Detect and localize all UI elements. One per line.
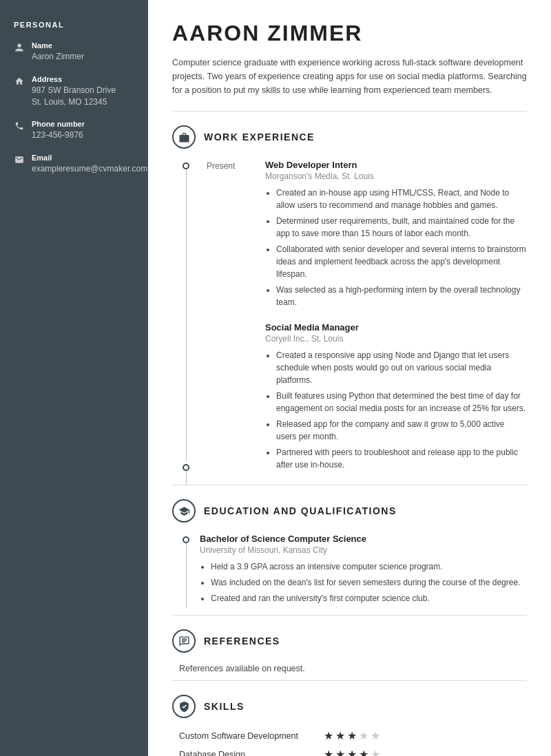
- sidebar-item-email: Email exampleresume@cvmaker.com: [14, 154, 134, 175]
- star-filled: ★: [347, 748, 357, 756]
- references-header: REFERENCES: [172, 629, 527, 653]
- list-item: Held a 3.9 GPA across an intensive compu…: [211, 560, 527, 573]
- skill-name: Custom Software Development: [179, 731, 317, 741]
- address-value: 987 SW Branson DriveSt. Louis, MO 12345: [32, 85, 116, 107]
- references-icon: [178, 636, 190, 647]
- skill-row: Custom Software Development★★★★★: [179, 729, 527, 742]
- skills-header: SKILLS: [172, 695, 527, 718]
- edu-dot: [183, 536, 189, 543]
- resume-name: AARON ZIMMER: [172, 21, 527, 46]
- references-section-title: REFERENCES: [204, 636, 280, 647]
- sidebar-item-address: Address 987 SW Branson DriveSt. Louis, M…: [14, 75, 134, 108]
- name-label: Name: [32, 41, 84, 50]
- timeline-line-1: [186, 169, 187, 461]
- work-bullets-2: Created a responsive app using Node and …: [265, 349, 527, 471]
- list-item: Created and ran the university's first c…: [211, 592, 527, 605]
- name-value: Aaron Zimmer: [32, 52, 84, 61]
- sidebar-email-content: Email exampleresume@cvmaker.com: [32, 154, 147, 175]
- edu-degree: Bachelor of Science Computer Science: [200, 534, 527, 544]
- work-bullets-1: Created an in-house app using HTML/CSS, …: [265, 187, 527, 308]
- phone-value: 123-456-9876: [32, 130, 83, 140]
- sidebar-item-name: Name Aaron Zimmer: [14, 41, 134, 63]
- work-date-1: Present: [207, 160, 251, 171]
- references-icon-circle: [172, 629, 196, 653]
- star-empty: ★: [371, 748, 380, 756]
- work-entry-2: Social Media Manager Coryell Inc., St. L…: [207, 322, 527, 481]
- list-item: Was included on the dean's list for seve…: [211, 576, 527, 589]
- address-label: Address: [32, 75, 116, 83]
- work-title-1: Web Developer Intern: [265, 160, 527, 170]
- sidebar-item-phone: Phone number 123-456-9876: [14, 120, 134, 141]
- sidebar: PERSONAL Name Aaron Zimmer Address 987 S…: [0, 0, 148, 756]
- main-content: AARON ZIMMER Computer science graduate w…: [148, 0, 551, 756]
- work-date-row-1: Present Web Developer Intern Morganson's…: [207, 160, 527, 318]
- list-item: Created a responsive app using Node and …: [276, 349, 527, 386]
- summary-text: Computer science graduate with experienc…: [172, 56, 527, 97]
- education-icon-circle: [172, 499, 196, 523]
- references-text: References available on request.: [172, 664, 527, 673]
- divider-references: [172, 615, 527, 616]
- star-filled: ★: [335, 729, 345, 742]
- email-label: Email: [32, 154, 147, 162]
- timeline-line-2: [186, 471, 187, 485]
- work-entry-content-1: Web Developer Intern Morganson's Media, …: [265, 160, 527, 318]
- skill-stars: ★★★★★: [324, 729, 380, 742]
- phone-label: Phone number: [32, 120, 85, 128]
- list-item: Was selected as a high-performing intern…: [276, 284, 527, 308]
- phone-icon: [14, 121, 25, 131]
- star-empty: ★: [359, 729, 368, 742]
- edu-school: University of Missouri, Kansas City: [200, 545, 527, 555]
- skills-icon: [178, 701, 190, 713]
- work-title-2: Social Media Manager: [265, 322, 527, 333]
- list-item: Partnered with peers to troubleshoot and…: [276, 446, 527, 471]
- skill-stars: ★★★★★: [324, 748, 380, 756]
- divider-work: [172, 111, 527, 112]
- sidebar-phone-content: Phone number 123-456-9876: [32, 120, 85, 141]
- sidebar-name-content: Name Aaron Zimmer: [32, 41, 84, 63]
- skills-icon-circle: [172, 695, 196, 718]
- skill-name: Database Design: [179, 750, 317, 757]
- work-company-2: Coryell Inc., St. Louis: [265, 334, 527, 344]
- star-filled: ★: [324, 729, 333, 742]
- work-timeline: Present Web Developer Intern Morganson's…: [172, 160, 527, 485]
- divider-skills: [172, 680, 527, 681]
- education-section-title: EDUCATION AND QUALIFICATIONS: [204, 505, 397, 516]
- list-item: Created an in-house app using HTML/CSS, …: [276, 187, 527, 211]
- skills-list: Custom Software Development★★★★★Database…: [172, 729, 527, 756]
- work-company-1: Morganson's Media, St. Louis: [265, 171, 527, 181]
- edu-line-col: [179, 534, 193, 608]
- timeline-dot-2: [183, 464, 189, 471]
- education-timeline: Bachelor of Science Computer Science Uni…: [172, 534, 527, 608]
- sidebar-section-title: PERSONAL: [14, 21, 134, 29]
- email-value: exampleresume@cvmaker.com: [32, 164, 147, 174]
- briefcase-icon: [178, 132, 190, 143]
- work-date-row-2: Social Media Manager Coryell Inc., St. L…: [207, 322, 527, 481]
- work-entry-1: Present Web Developer Intern Morganson's…: [207, 160, 527, 318]
- email-icon: [14, 155, 25, 165]
- star-filled: ★: [335, 748, 345, 756]
- skills-section-title: SKILLS: [204, 701, 245, 712]
- edu-vert-line: [186, 543, 187, 608]
- education-header: EDUCATION AND QUALIFICATIONS: [172, 499, 527, 523]
- sidebar-address-content: Address 987 SW Branson DriveSt. Louis, M…: [32, 75, 116, 108]
- star-filled: ★: [359, 748, 368, 756]
- edu-bullets: Held a 3.9 GPA across an intensive compu…: [200, 560, 527, 605]
- work-timeline-line: [179, 160, 193, 485]
- skill-row: Database Design★★★★★: [179, 748, 527, 756]
- work-entries: Present Web Developer Intern Morganson's…: [200, 160, 527, 485]
- skills-container: Custom Software Development★★★★★Database…: [179, 729, 527, 756]
- work-experience-header: WORK EXPERIENCE: [172, 125, 527, 149]
- star-filled: ★: [324, 748, 333, 756]
- work-icon-circle: [172, 125, 196, 149]
- graduation-icon: [178, 505, 190, 517]
- list-item: Released app for the company and saw it …: [276, 418, 527, 443]
- work-date-2: [207, 322, 251, 324]
- list-item: Built features using Python that determi…: [276, 390, 527, 414]
- list-item: Determined user requirements, built, and…: [276, 215, 527, 240]
- star-filled: ★: [347, 729, 357, 742]
- person-icon: [14, 43, 25, 52]
- work-entry-content-2: Social Media Manager Coryell Inc., St. L…: [265, 322, 527, 481]
- edu-entry-1: Bachelor of Science Computer Science Uni…: [200, 534, 527, 608]
- list-item: Collaborated with senior developer and s…: [276, 243, 527, 280]
- home-icon: [14, 76, 25, 86]
